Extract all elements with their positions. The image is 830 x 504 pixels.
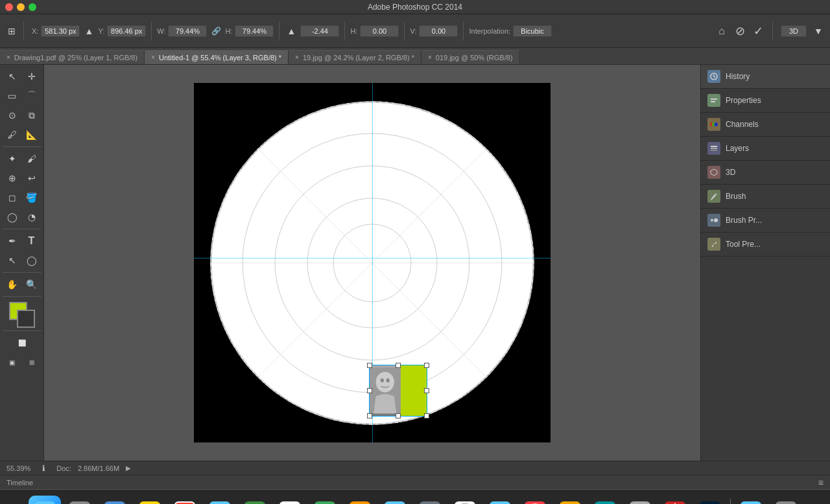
zoom-tool[interactable]: 🔍 (23, 275, 41, 293)
dock-appstore[interactable] (484, 496, 516, 505)
dock-preferences[interactable] (624, 496, 656, 505)
dock-notes[interactable] (134, 496, 166, 505)
handle-top-left[interactable] (367, 363, 372, 368)
dock-photoshop[interactable]: Ps (694, 496, 726, 505)
move-tool[interactable]: ✛ (23, 67, 41, 86)
dock-itunes[interactable] (519, 496, 551, 505)
panel-tool-presets[interactable]: Tool Pre... (701, 233, 830, 257)
minimize-button[interactable] (17, 3, 25, 11)
v-value[interactable]: 0.00 (419, 25, 458, 37)
interpolation-value[interactable]: Bicubic (513, 25, 552, 37)
spot-heal-tool[interactable]: ✦ (3, 150, 21, 168)
background-color[interactable] (17, 310, 35, 328)
dodge-tool[interactable]: ◔ (23, 208, 41, 226)
eyedropper-tool[interactable]: 🖋 (3, 126, 21, 144)
h-value[interactable]: 79.44% (235, 25, 274, 37)
x-value[interactable]: 581.30 px (41, 25, 80, 37)
dock-numbers[interactable] (309, 496, 341, 505)
crop-tool[interactable]: ⧉ (23, 106, 41, 124)
dock-ibooks[interactable] (554, 496, 586, 505)
dock-safari[interactable] (449, 496, 481, 505)
dock-fusion[interactable] (659, 496, 691, 505)
link-icon[interactable]: 🔗 (209, 25, 222, 38)
3d-dropdown[interactable]: ▼ (812, 25, 825, 38)
text-tool[interactable]: T (23, 232, 41, 250)
w-value[interactable]: 79.44% (168, 25, 207, 37)
dock-trash[interactable] (770, 496, 802, 505)
close-button[interactable] (5, 3, 13, 11)
quick-select-tool[interactable]: ⊙ (3, 106, 21, 124)
svg-rect-15 (711, 98, 717, 100)
tab-2[interactable]: × 19.jpg @ 24.2% (Layer 2, RGB/8) * (289, 50, 421, 64)
marquee-tool[interactable]: ▭ (3, 87, 21, 105)
h2-label: H: (350, 27, 357, 35)
screen-mode[interactable]: ▣ (3, 353, 21, 371)
dock-messages[interactable] (204, 496, 236, 505)
handle-top-right[interactable] (424, 363, 429, 368)
info-icon[interactable]: ℹ (37, 462, 50, 475)
handle-bottom-right[interactable] (424, 413, 429, 418)
canvas-area[interactable] (44, 65, 700, 461)
dock-finder[interactable] (29, 496, 61, 505)
dock-calendar[interactable]: 1131 (169, 496, 201, 505)
blur-tool[interactable]: ◯ (3, 208, 21, 226)
panel-brush[interactable]: Brush (701, 185, 830, 209)
dock-garageband[interactable] (344, 496, 376, 505)
panel-3d[interactable]: 3D (701, 161, 830, 185)
history-brush[interactable]: ↩ (23, 169, 41, 187)
quick-mask[interactable]: ⬜ (13, 334, 31, 352)
y-label: Y: (98, 27, 104, 35)
lasso-tool[interactable]: ⌒ (23, 87, 41, 105)
ruler-tool[interactable]: 📐 (23, 126, 41, 144)
pen-tool[interactable]: ✒ (3, 232, 21, 250)
extra-tool[interactable]: ⊞ (23, 353, 41, 371)
tool-presets-icon (707, 238, 720, 251)
h2-value[interactable]: 0.00 (360, 25, 399, 37)
handle-middle-left[interactable] (367, 388, 372, 393)
tab-1-label: Untitled-1 @ 55.4% (Layer 3, RGB/8) * (159, 54, 281, 62)
select-tool[interactable]: ↖ (3, 67, 21, 86)
timeline-menu-button[interactable]: ≡ (818, 477, 824, 488)
panel-history[interactable]: History (701, 65, 830, 89)
dock-photos-app[interactable] (274, 496, 306, 505)
hand-tool[interactable]: ✋ (3, 275, 21, 293)
panel-channels[interactable]: Channels (701, 113, 830, 137)
tab-0[interactable]: × Drawing1.pdf @ 25% (Layer 1, RGB/8) (0, 50, 145, 64)
tab-1[interactable]: × Untitled-1 @ 55.4% (Layer 3, RGB/8) * (145, 50, 289, 64)
selected-layer[interactable] (369, 365, 427, 417)
clone-tool[interactable]: ⊕ (3, 169, 21, 187)
tab-0-label: Drawing1.pdf @ 25% (Layer 1, RGB/8) (14, 54, 137, 62)
handle-middle-right[interactable] (424, 388, 429, 393)
3d-mode[interactable]: 3D (781, 25, 807, 37)
handle-bottom-left[interactable] (367, 413, 372, 418)
tab-3[interactable]: × 019.jpg @ 50% (RGB/8) (421, 50, 520, 64)
x-label: X: (32, 27, 38, 35)
handle-bottom-middle[interactable] (396, 413, 401, 418)
dock-facetime[interactable] (239, 496, 271, 505)
shape-tool[interactable]: ◯ (23, 251, 41, 269)
paint-bucket[interactable]: 🪣 (23, 189, 41, 207)
y-value[interactable]: 896.46 px (107, 25, 146, 37)
panel-layers[interactable]: Layers (701, 137, 830, 161)
confirm-transform-icon[interactable]: ✓ (752, 25, 765, 38)
handle-top-middle[interactable] (396, 363, 401, 368)
dock-iphoto[interactable] (414, 496, 446, 505)
warp-icon[interactable]: ⌂ (715, 25, 728, 38)
angle-value[interactable]: -2.44 (300, 25, 339, 37)
eraser-tool[interactable]: ◻ (3, 189, 21, 207)
maximize-button[interactable] (29, 3, 36, 11)
brush-tool[interactable]: 🖌 (23, 150, 41, 168)
dock-arduino[interactable]: ∞ (589, 496, 621, 505)
dock-launchpad[interactable] (64, 496, 96, 505)
traffic-lights[interactable] (5, 3, 36, 11)
panel-properties[interactable]: Properties (701, 89, 830, 113)
transform-icon[interactable]: ⊞ (5, 25, 18, 38)
panel-brush-presets[interactable]: Brush Pr... (701, 209, 830, 233)
dock-mail[interactable] (99, 496, 131, 505)
path-select[interactable]: ↖ (3, 251, 21, 269)
v-label: V: (410, 27, 416, 35)
cancel-transform-icon[interactable]: ⊘ (733, 25, 746, 38)
dock-finder2[interactable] (735, 496, 767, 505)
status-expand[interactable]: ▶ (126, 464, 131, 472)
dock-imovie[interactable] (379, 496, 411, 505)
